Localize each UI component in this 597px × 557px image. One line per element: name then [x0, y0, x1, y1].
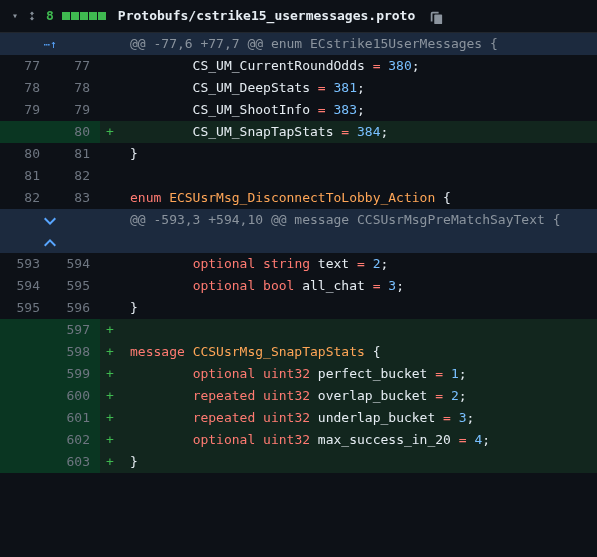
- diff-line: 595596}: [0, 297, 597, 319]
- line-number-new[interactable]: 595: [50, 275, 100, 297]
- code-content: [120, 165, 597, 187]
- diff-marker: [100, 253, 120, 275]
- diff-marker: +: [100, 451, 120, 473]
- diff-marker: [100, 275, 120, 297]
- diff-line: 594595 optional bool all_chat = 3;: [0, 275, 597, 297]
- line-number-new[interactable]: 82: [50, 165, 100, 187]
- hunk-header: @@ -593,3 +594,10 @@ message CCSUsrMsgPr…: [120, 209, 597, 231]
- line-number-new[interactable]: 603: [50, 451, 100, 473]
- expand-up-icon: [44, 236, 56, 249]
- diff-marker: +: [100, 429, 120, 451]
- diff-table: ⋯↑@@ -77,6 +77,7 @@ enum ECstrike15UserM…: [0, 33, 597, 473]
- line-number-new[interactable]: 600: [50, 385, 100, 407]
- diff-line: 602+ optional uint32 max_success_in_20 =…: [0, 429, 597, 451]
- diff-marker: +: [100, 121, 120, 143]
- diff-marker: [100, 165, 120, 187]
- diff-line: 8182: [0, 165, 597, 187]
- code-content: repeated uint32 overlap_bucket = 2;: [120, 385, 597, 407]
- code-content: }: [120, 297, 597, 319]
- line-number-new[interactable]: 77: [50, 55, 100, 77]
- expand-up-icon: ⋯↑: [43, 38, 56, 51]
- diff-line: 598+message CCSUsrMsg_SnapTapStats {: [0, 341, 597, 363]
- line-number-old[interactable]: [0, 121, 50, 143]
- diff-marker: +: [100, 385, 120, 407]
- code-content: optional string text = 2;: [120, 253, 597, 275]
- diff-line: 8081}: [0, 143, 597, 165]
- line-number-old[interactable]: 80: [0, 143, 50, 165]
- line-number-new[interactable]: 78: [50, 77, 100, 99]
- code-content: optional uint32 perfect_bucket = 1;: [120, 363, 597, 385]
- line-number-new[interactable]: 81: [50, 143, 100, 165]
- code-content: [120, 319, 597, 341]
- line-number-new[interactable]: 83: [50, 187, 100, 209]
- diff-marker: [100, 297, 120, 319]
- code-content: }: [120, 451, 597, 473]
- diff-line: 593594 optional string text = 2;: [0, 253, 597, 275]
- diff-marker: +: [100, 407, 120, 429]
- line-number-new[interactable]: 597: [50, 319, 100, 341]
- line-number-new[interactable]: 599: [50, 363, 100, 385]
- diff-line: 80+ CS_UM_SnapTapStats = 384;: [0, 121, 597, 143]
- line-number-new[interactable]: 601: [50, 407, 100, 429]
- line-number-old[interactable]: [0, 341, 50, 363]
- line-number-old[interactable]: 594: [0, 275, 50, 297]
- line-number-new[interactable]: 79: [50, 99, 100, 121]
- code-content: enum ECSUsrMsg_DisconnectToLobby_Action …: [120, 187, 597, 209]
- line-number-old[interactable]: [0, 319, 50, 341]
- diff-line: 599+ optional uint32 perfect_bucket = 1;: [0, 363, 597, 385]
- line-number-new[interactable]: 598: [50, 341, 100, 363]
- line-number-new[interactable]: 596: [50, 297, 100, 319]
- diff-marker: +: [100, 363, 120, 385]
- diff-line: 7878 CS_UM_DeepStats = 381;: [0, 77, 597, 99]
- hunk-header: @@ -77,6 +77,7 @@ enum ECstrike15UserMes…: [120, 33, 597, 55]
- line-number-old[interactable]: [0, 407, 50, 429]
- line-number-old[interactable]: 593: [0, 253, 50, 275]
- diff-line: 7979 CS_UM_ShootInfo = 383;: [0, 99, 597, 121]
- line-number-old[interactable]: 77: [0, 55, 50, 77]
- diff-marker: [100, 55, 120, 77]
- additions-count: 8: [46, 8, 54, 23]
- chevron-down-icon[interactable]: ▾: [12, 10, 18, 21]
- code-content: CS_UM_SnapTapStats = 384;: [120, 121, 597, 143]
- line-number-old[interactable]: [0, 451, 50, 473]
- file-path[interactable]: Protobufs/cstrike15_usermessages.proto: [118, 8, 415, 23]
- code-content: message CCSUsrMsg_SnapTapStats {: [120, 341, 597, 363]
- line-number-old[interactable]: 595: [0, 297, 50, 319]
- code-content: CS_UM_ShootInfo = 383;: [120, 99, 597, 121]
- expand-hunk-button[interactable]: [0, 231, 100, 253]
- expand-hunk-button[interactable]: [0, 209, 100, 231]
- diff-line: 597+: [0, 319, 597, 341]
- diff-stat-bars: [62, 12, 106, 20]
- line-number-new[interactable]: 594: [50, 253, 100, 275]
- code-content: CS_UM_CurrentRoundOdds = 380;: [120, 55, 597, 77]
- diff-marker: [100, 187, 120, 209]
- diff-marker: +: [100, 319, 120, 341]
- diff-line: 601+ repeated uint32 underlap_bucket = 3…: [0, 407, 597, 429]
- line-number-old[interactable]: [0, 385, 50, 407]
- code-content: repeated uint32 underlap_bucket = 3;: [120, 407, 597, 429]
- line-number-old[interactable]: 81: [0, 165, 50, 187]
- diff-line: 603+}: [0, 451, 597, 473]
- code-content: CS_UM_DeepStats = 381;: [120, 77, 597, 99]
- diff-line: 7777 CS_UM_CurrentRoundOdds = 380;: [0, 55, 597, 77]
- line-number-new[interactable]: 80: [50, 121, 100, 143]
- diff-marker: [100, 77, 120, 99]
- line-number-new[interactable]: 602: [50, 429, 100, 451]
- line-number-old[interactable]: 82: [0, 187, 50, 209]
- file-header: ▾ 8 Protobufs/cstrike15_usermessages.pro…: [0, 0, 597, 33]
- diff-marker: [100, 143, 120, 165]
- code-content: optional uint32 max_success_in_20 = 4;: [120, 429, 597, 451]
- line-number-old[interactable]: [0, 363, 50, 385]
- expand-down-icon: [44, 214, 56, 227]
- copy-icon[interactable]: [429, 8, 443, 24]
- expand-icon[interactable]: [26, 9, 38, 23]
- diff-line: 600+ repeated uint32 overlap_bucket = 2;: [0, 385, 597, 407]
- diff-line: 8283enum ECSUsrMsg_DisconnectToLobby_Act…: [0, 187, 597, 209]
- line-number-old[interactable]: 78: [0, 77, 50, 99]
- code-content: }: [120, 143, 597, 165]
- diff-marker: +: [100, 341, 120, 363]
- diff-marker: [100, 99, 120, 121]
- line-number-old[interactable]: 79: [0, 99, 50, 121]
- expand-hunk-button[interactable]: ⋯↑: [0, 33, 100, 55]
- line-number-old[interactable]: [0, 429, 50, 451]
